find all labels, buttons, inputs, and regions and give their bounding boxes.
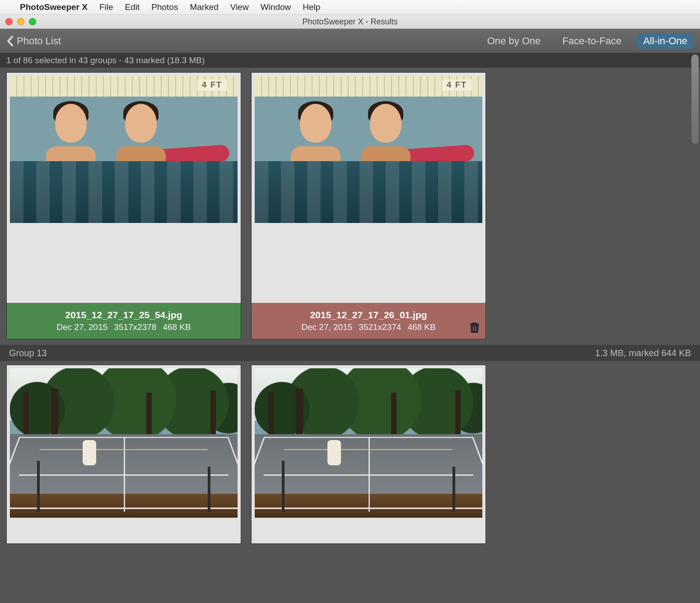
menu-help[interactable]: Help [303, 2, 320, 12]
window-titlebar: PhotoSweeper X - Results [0, 14, 700, 29]
minimize-window-button[interactable] [17, 18, 24, 25]
group-row: 4 FT 2015_12_27_17_25_54.jpg Dec 27, 201… [6, 72, 694, 339]
menu-photos[interactable]: Photos [151, 2, 178, 12]
photo-card[interactable] [6, 365, 241, 544]
photo-date: Dec 27, 2015 [301, 322, 352, 332]
photo-filename: 2015_12_27_17_26_01.jpg [310, 310, 427, 320]
photo-footer: 2015_12_27_17_25_54.jpg Dec 27, 2015 351… [7, 303, 241, 339]
chevron-left-icon [6, 35, 14, 47]
fullscreen-window-button[interactable] [29, 18, 36, 25]
menu-marked[interactable]: Marked [190, 2, 218, 12]
toolbar: Photo List One by One Face-to-Face All-i… [0, 29, 700, 53]
viewmode-all-in-one[interactable]: All-in-One [637, 33, 694, 49]
results-content: 4 FT 2015_12_27_17_25_54.jpg Dec 27, 201… [0, 68, 700, 603]
photo-footer: 2015_12_27_17_26_01.jpg Dec 27, 2015 352… [252, 303, 485, 339]
viewmode-tabs: One by One Face-to-Face All-in-One [481, 33, 694, 49]
group-size-summary: 1.3 MB, marked 644 KB [595, 348, 691, 358]
macos-menubar: PhotoSweeper X File Edit Photos Marked V… [0, 0, 700, 14]
selection-status-text: 1 of 86 selected in 43 groups - 43 marke… [6, 56, 205, 65]
photo-date: Dec 27, 2015 [56, 322, 107, 332]
photo-card[interactable] [251, 365, 486, 544]
back-label: Photo List [17, 35, 61, 47]
photo-card[interactable]: 4 FT 2015_12_27_17_25_54.jpg Dec 27, 201… [6, 72, 241, 339]
photo-thumbnail[interactable]: 4 FT [252, 73, 485, 226]
vertical-scrollbar[interactable] [691, 68, 699, 144]
app-name[interactable]: PhotoSweeper X [20, 2, 88, 12]
close-window-button[interactable] [5, 18, 13, 25]
photo-filename: 2015_12_27_17_25_54.jpg [65, 310, 182, 320]
photo-thumbnail[interactable]: 4 FT [7, 73, 241, 226]
menu-edit[interactable]: Edit [125, 2, 140, 12]
group-row [6, 365, 694, 544]
photo-dimensions: 3521x2374 [359, 322, 401, 332]
traffic-lights [5, 18, 36, 25]
group-header: Group 13 1.3 MB, marked 644 KB [0, 345, 700, 361]
menu-window[interactable]: Window [261, 2, 291, 12]
viewmode-one-by-one[interactable]: One by One [481, 33, 547, 49]
window-title: PhotoSweeper X - Results [0, 17, 700, 27]
trash-icon[interactable] [468, 321, 481, 335]
photo-thumbnail[interactable] [252, 365, 485, 521]
menu-file[interactable]: File [99, 2, 113, 12]
viewmode-face-to-face[interactable]: Face-to-Face [556, 33, 628, 49]
selection-status-bar: 1 of 86 selected in 43 groups - 43 marke… [0, 53, 700, 68]
photo-dimensions: 3517x2378 [114, 322, 156, 332]
photo-size: 468 KB [407, 322, 435, 332]
depth-marker: 4 FT [197, 79, 227, 91]
photo-size: 468 KB [163, 322, 191, 332]
menu-view[interactable]: View [230, 2, 249, 12]
depth-marker: 4 FT [442, 79, 471, 91]
photo-thumbnail[interactable] [7, 365, 241, 521]
back-button[interactable]: Photo List [6, 35, 61, 47]
photo-card[interactable]: 4 FT 2015_12_27_17_26_01.jpg Dec 27, 201… [251, 72, 486, 339]
group-title: Group 13 [9, 348, 47, 358]
